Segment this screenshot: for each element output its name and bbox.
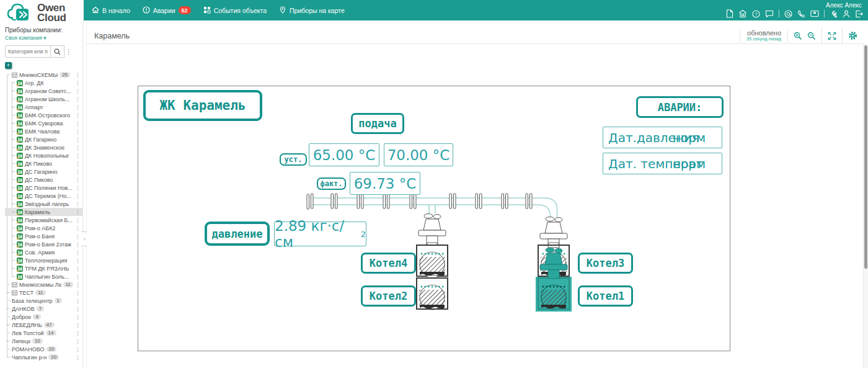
nav-devices-on-map[interactable]: Приборы на карте <box>279 6 345 15</box>
tree-item[interactable]: БМК Островского⋮ <box>5 111 82 119</box>
nav-alarms[interactable]: Аварии 52 <box>143 6 191 15</box>
tree-item[interactable]: Лев Толстой14⋮ <box>5 329 82 337</box>
tree-item-menu-icon[interactable]: ⋮ <box>75 241 81 248</box>
gear-icon[interactable] <box>848 31 857 40</box>
tree-item[interactable]: ДК Знаменское⋮ <box>5 143 82 151</box>
fullscreen-icon[interactable] <box>828 32 836 40</box>
tree-item-menu-icon[interactable]: ⋮ <box>75 193 81 199</box>
main-scrollbar[interactable] <box>863 44 868 368</box>
tree-item-menu-icon[interactable]: ⋮ <box>75 249 81 256</box>
tree-item-menu-icon[interactable]: ⋮ <box>75 346 81 352</box>
chat-icon[interactable] <box>765 10 774 18</box>
svg-text:?: ? <box>755 11 757 17</box>
tree-item-menu-icon[interactable]: ⋮ <box>75 225 81 231</box>
mnemoscheme-icon <box>17 193 23 199</box>
tree-item-menu-icon[interactable]: ⋮ <box>75 161 81 167</box>
tree-item-menu-icon[interactable]: ⋮ <box>75 177 81 183</box>
tree-item-menu-icon[interactable]: ⋮ <box>75 153 81 159</box>
tree-item-menu-icon[interactable]: ⋮ <box>75 322 81 328</box>
nav-object-events[interactable]: События объекта <box>203 6 267 15</box>
company-selector[interactable]: Своя компания ▾ <box>5 35 82 41</box>
sidebar-menu-icon[interactable]: ⋮ <box>64 48 73 55</box>
tree-item-menu-icon[interactable]: ⋮ <box>75 314 81 320</box>
tree-expand-button[interactable]: + <box>5 62 12 69</box>
tree-item[interactable]: ДК Новополынье⋮ <box>5 151 82 159</box>
tree-item[interactable]: ДС Гагарино⋮ <box>5 168 82 176</box>
tree-item[interactable]: ДК Гагарино⋮ <box>5 135 82 143</box>
tree-item-menu-icon[interactable]: ⋮ <box>75 233 81 240</box>
wrench-icon[interactable] <box>830 10 838 18</box>
tree-item-menu-icon[interactable]: ⋮ <box>75 80 81 86</box>
tree-item[interactable]: Сов. Армия⋮ <box>5 248 82 256</box>
tree-item[interactable]: Ром-о Баня⋮ <box>5 232 82 240</box>
tree-item[interactable]: БМК Чкалова⋮ <box>5 127 82 135</box>
tree-item-menu-icon[interactable]: ⋮ <box>75 290 81 296</box>
tree-item[interactable]: База телецентр1⋮ <box>5 297 82 305</box>
tree-item-menu-icon[interactable]: ⋮ <box>75 185 81 191</box>
tree-item[interactable]: Чаплыгин Боль...⋮ <box>5 272 82 280</box>
tree-item-menu-icon[interactable]: ⋮ <box>75 169 81 175</box>
at-sign-icon[interactable] <box>784 10 792 18</box>
tree-item[interactable]: Аппарт⋮ <box>5 103 82 111</box>
tree-item-menu-icon[interactable]: ⋮ <box>75 145 81 151</box>
search-button[interactable] <box>51 45 64 58</box>
tree-item[interactable]: ЛЕБЕДЯНЬ47⋮ <box>5 321 82 329</box>
tree-item[interactable]: РОМАНОВО20⋮ <box>5 345 82 353</box>
home-lock-icon[interactable] <box>738 9 747 18</box>
search-input[interactable] <box>5 45 51 58</box>
tree-item-menu-icon[interactable]: ⋮ <box>75 120 81 127</box>
tree-item-menu-icon[interactable]: ⋮ <box>75 274 81 280</box>
tree-item-menu-icon[interactable]: ⋮ <box>75 298 81 304</box>
tree-item[interactable]: Теплогенерация⋮ <box>5 256 82 264</box>
zoom-out-icon[interactable] <box>807 32 816 40</box>
tree-item[interactable]: ДК Пиково⋮ <box>5 159 82 168</box>
tree-item-menu-icon[interactable]: ⋮ <box>75 137 81 143</box>
tree-item[interactable]: ТЕСТ11⋮ <box>5 289 82 297</box>
owen-cloud-logo[interactable]: Owen Cloud <box>0 0 84 26</box>
tree-item-menu-icon[interactable]: ⋮ <box>75 128 81 135</box>
tree-item[interactable]: Аграном Советс...⋮ <box>5 87 82 95</box>
tree-item[interactable]: Липецк10⋮ <box>5 337 82 345</box>
tree-item[interactable]: БМК Суворова⋮ <box>5 119 82 127</box>
nav-home[interactable]: В начало <box>92 6 130 15</box>
tree-item[interactable]: ДС Полянки Нов...⋮ <box>5 184 82 192</box>
tree-item[interactable]: Первомайская Б...⋮ <box>5 216 82 224</box>
tree-item[interactable]: ДС Пиково⋮ <box>5 176 82 184</box>
tree-item-menu-icon[interactable]: ⋮ <box>75 72 81 78</box>
tree-item-menu-icon[interactable]: ⋮ <box>75 201 81 207</box>
tree-item[interactable]: Звёздный лагерь⋮ <box>5 200 82 208</box>
tree-item-menu-icon[interactable]: ⋮ <box>75 338 81 344</box>
logout-icon[interactable] <box>855 10 863 18</box>
tree-item-menu-icon[interactable]: ⋮ <box>75 258 81 264</box>
tree-item-selected[interactable]: Карамель⋮ <box>5 208 82 216</box>
tree-item-menu-icon[interactable]: ⋮ <box>75 354 81 361</box>
tree-item-menu-icon[interactable]: ⋮ <box>75 282 81 288</box>
tree-item-menu-icon[interactable]: ⋮ <box>75 96 81 102</box>
tree-item[interactable]: Мнемосхемы Ле...11⋮ <box>5 280 82 289</box>
tree-item[interactable]: МнемоСХЕМЫ25⋮ <box>5 71 82 79</box>
tree-item-menu-icon[interactable]: ⋮ <box>75 104 81 110</box>
tree-item-menu-icon[interactable]: ⋮ <box>75 88 81 94</box>
tree-item[interactable]: ДС Теремок (Но...⋮ <box>5 192 82 200</box>
tree-item[interactable]: ТРМ ДК РЯЗАНЬ⋮ <box>5 264 82 272</box>
tree-item[interactable]: Чаплыгин р-н20⋮ <box>5 353 82 361</box>
document-icon[interactable] <box>726 9 733 18</box>
tree-item[interactable]: Ром-о Баня 2этаж⋮ <box>5 240 82 248</box>
main-scrollbar-thumb[interactable] <box>864 45 867 269</box>
tree-item-menu-icon[interactable]: ⋮ <box>75 330 81 336</box>
mail-icon[interactable] <box>810 10 819 17</box>
user-icon[interactable] <box>843 10 850 18</box>
tree-item[interactable]: ДАНКОВ7⋮ <box>5 305 82 313</box>
tree-item-menu-icon[interactable]: ⋮ <box>75 306 81 312</box>
zoom-in-icon[interactable] <box>794 32 802 40</box>
tree-item-menu-icon[interactable]: ⋮ <box>75 112 81 119</box>
tree-item[interactable]: Доброе4⋮ <box>5 313 82 321</box>
tree-item[interactable]: Ром-о АБК2⋮ <box>5 224 82 232</box>
tree-item-menu-icon[interactable]: ⋮ <box>75 266 81 272</box>
phone-icon[interactable] <box>797 10 805 18</box>
tree-item[interactable]: Агр. ДК⋮ <box>5 79 82 87</box>
tree-item-menu-icon[interactable]: ⋮ <box>75 217 81 223</box>
tree-item-menu-icon[interactable]: ⋮ <box>75 209 81 215</box>
help-icon[interactable]: ? <box>752 10 760 18</box>
tree-item[interactable]: Аграном Школь...⋮ <box>5 95 82 103</box>
